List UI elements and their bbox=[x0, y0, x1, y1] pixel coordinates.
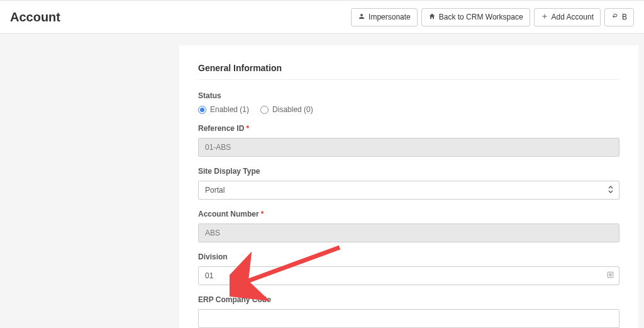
erp-company-code-input[interactable] bbox=[198, 309, 619, 328]
reference-id-label-text: Reference ID bbox=[198, 124, 244, 133]
radio-icon bbox=[198, 106, 206, 114]
form-card: General Information Status Enabled (1) D… bbox=[179, 45, 638, 328]
status-disabled-label: Disabled (0) bbox=[272, 105, 313, 114]
status-label: Status bbox=[198, 91, 619, 100]
back-button-partial[interactable]: B bbox=[604, 8, 634, 26]
radio-icon bbox=[260, 106, 269, 114]
add-account-button[interactable]: Add Account bbox=[534, 8, 601, 26]
erp-company-code-label: ERP Company Code bbox=[198, 295, 619, 304]
home-icon bbox=[428, 13, 436, 22]
required-asterisk: * bbox=[246, 124, 249, 133]
status-disabled-radio[interactable]: Disabled (0) bbox=[260, 105, 313, 114]
account-number-label: Account Number* bbox=[198, 210, 619, 218]
status-field: Status Enabled (1) Disabled (0) bbox=[198, 91, 619, 114]
impersonate-button[interactable]: Impersonate bbox=[351, 8, 418, 26]
status-enabled-label: Enabled (1) bbox=[210, 105, 249, 114]
site-display-type-label: Site Display Type bbox=[198, 167, 619, 176]
top-bar: Account Impersonate Back to CRM Workspac… bbox=[0, 0, 644, 34]
reference-id-input: 01-ABS bbox=[198, 138, 619, 157]
erp-company-code-field: ERP Company Code bbox=[198, 295, 619, 328]
site-display-type-select[interactable]: Portal bbox=[198, 181, 619, 200]
add-account-label: Add Account bbox=[552, 13, 594, 21]
account-number-field: Account Number* ABS bbox=[198, 210, 619, 242]
reference-id-field: Reference ID* 01-ABS bbox=[198, 124, 619, 157]
status-radio-group: Enabled (1) Disabled (0) bbox=[198, 105, 619, 114]
site-display-type-field: Site Display Type Portal bbox=[198, 167, 619, 200]
account-number-input: ABS bbox=[198, 223, 619, 242]
status-enabled-radio[interactable]: Enabled (1) bbox=[198, 105, 249, 114]
undo-icon bbox=[611, 13, 619, 22]
back-crm-label: Back to CRM Workspace bbox=[439, 13, 523, 21]
division-field: Division bbox=[198, 252, 619, 285]
top-actions: Impersonate Back to CRM Workspace Add Ac… bbox=[351, 8, 634, 26]
plus-icon bbox=[541, 13, 548, 22]
impersonate-label: Impersonate bbox=[369, 13, 411, 21]
division-input[interactable] bbox=[198, 266, 619, 285]
division-label: Division bbox=[198, 252, 619, 261]
required-asterisk: * bbox=[261, 210, 264, 218]
back-crm-button[interactable]: Back to CRM Workspace bbox=[421, 8, 530, 26]
account-number-label-text: Account Number bbox=[198, 210, 259, 218]
section-title: General Information bbox=[198, 63, 619, 80]
user-icon bbox=[358, 13, 365, 22]
page-title: Account bbox=[10, 10, 60, 25]
back-partial-label: B bbox=[622, 13, 627, 21]
list-icon[interactable] bbox=[606, 271, 614, 281]
reference-id-label: Reference ID* bbox=[198, 124, 619, 133]
